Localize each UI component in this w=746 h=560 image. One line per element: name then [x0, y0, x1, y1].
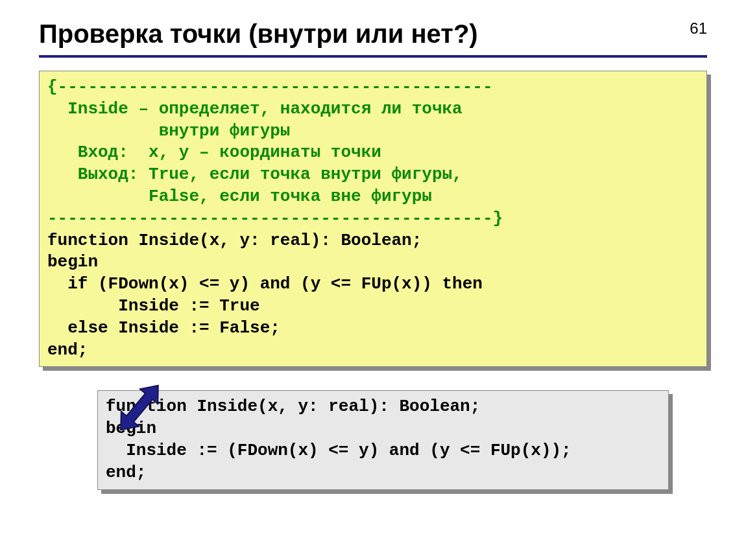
comment-line: Вход: x, y – координаты точки: [47, 143, 381, 162]
code-line: if (FDown(x) <= y) and (y <= FUp(x)) the…: [47, 274, 483, 294]
code-block-main: {---------------------------------------…: [39, 71, 707, 367]
code-line: begin: [106, 419, 156, 438]
comment-line: Inside – определяет, находится ли точка: [47, 99, 463, 119]
code-line: function Inside(x, y: real): Boolean;: [106, 397, 480, 416]
comment-line: False, если точка вне фигуры: [47, 187, 432, 206]
comment-line: ----------------------------------------…: [47, 209, 503, 228]
title-rule: [39, 55, 707, 58]
code-line: function Inside(x, y: real): Boolean;: [47, 231, 422, 250]
code-line: else Inside := False;: [47, 318, 280, 338]
slide: 61 Проверка точки (внутри или нет?) {---…: [0, 0, 746, 560]
code-line: begin: [47, 252, 98, 272]
page-number: 61: [690, 19, 707, 38]
page-title: Проверка точки (внутри или нет?): [39, 19, 707, 49]
code-line: Inside := True: [47, 296, 260, 316]
comment-line: внутри фигуры: [47, 121, 290, 141]
comment-line: Выход: True, если точка внутри фигуры,: [47, 165, 463, 184]
code-line: Inside := (FDown(x) <= y) and (y <= FUp(…: [106, 441, 572, 460]
code-line: end;: [106, 463, 146, 482]
code-block-alt: function Inside(x, y: real): Boolean; be…: [97, 390, 669, 489]
comment-line: {---------------------------------------…: [47, 77, 493, 97]
code-line: end;: [47, 340, 88, 360]
